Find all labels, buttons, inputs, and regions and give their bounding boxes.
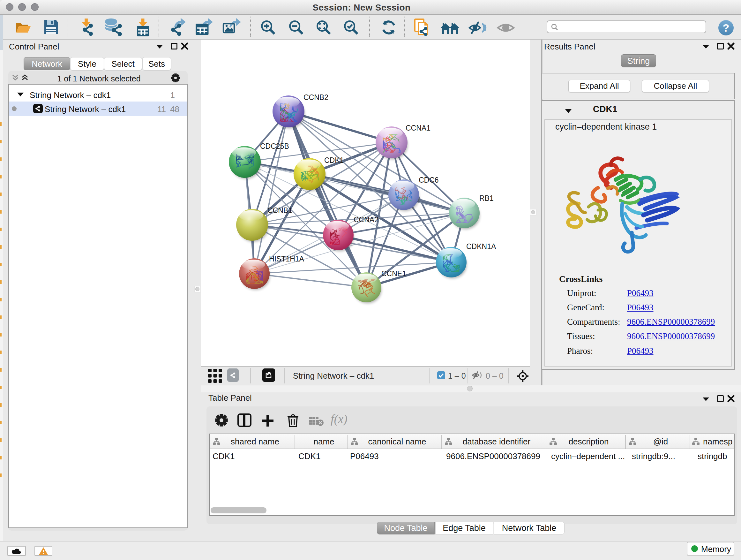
svg-text:CDKN1A: CDKN1A	[466, 242, 496, 251]
svg-text:CDC6: CDC6	[419, 176, 439, 184]
svg-text:CCNA1: CCNA1	[406, 124, 430, 132]
svg-text:CDK1: CDK1	[324, 156, 344, 165]
svg-text:CCNB2: CCNB2	[304, 93, 328, 102]
svg-text:CCNA2: CCNA2	[354, 215, 379, 224]
svg-text:CCNB1: CCNB1	[267, 206, 292, 214]
svg-text:RB1: RB1	[479, 194, 494, 202]
svg-text:CDC25B: CDC25B	[260, 142, 289, 150]
svg-text:HIST1H1A: HIST1H1A	[269, 255, 305, 263]
svg-text:CCNE1: CCNE1	[381, 269, 406, 278]
